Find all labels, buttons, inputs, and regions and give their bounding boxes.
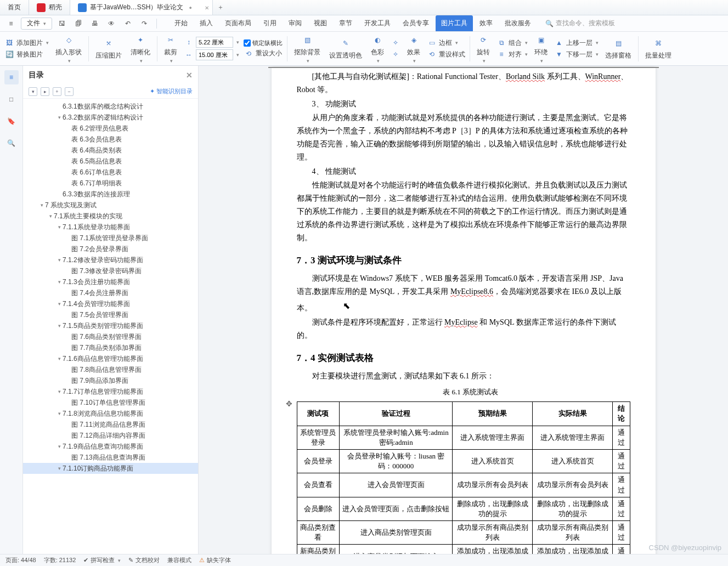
effect-preset-2[interactable]: ✧ <box>391 49 400 59</box>
rail-nav-button[interactable]: □ <box>4 92 19 106</box>
outline-list[interactable]: 6.3.1数据库的概念结构设计▾6.3.2数据库的逻辑结构设计表 6.2管理员信… <box>23 99 198 554</box>
height-input[interactable] <box>196 37 233 48</box>
status-proofread[interactable]: ✎文档校对 <box>128 556 160 564</box>
outline-item[interactable]: 表 6.7订单明细表 <box>23 178 198 189</box>
outline-item[interactable]: ▾7.1.6商品信息管理功能界面 <box>23 353 198 364</box>
outline-item[interactable]: 表 6.2管理员信息表 <box>23 123 198 134</box>
outline-item[interactable]: ▾7.1.2修改登录密码功能界面 <box>23 254 198 265</box>
tab-start[interactable]: 开始 <box>169 15 193 31</box>
save-icon[interactable]: 🖫 <box>55 17 69 30</box>
hamburger-icon[interactable]: ≡ <box>4 17 18 30</box>
print-preview-icon[interactable]: 👁 <box>105 17 118 30</box>
outline-item[interactable]: 图 7.5会员管理界面 <box>23 309 198 320</box>
tab-efficiency[interactable]: 效率 <box>474 15 498 31</box>
outline-close-icon[interactable]: ✕ <box>186 71 193 80</box>
outline-minus-icon[interactable]: − <box>65 87 74 96</box>
set-transparent-button[interactable]: ✎设置透明色 <box>327 37 364 60</box>
rail-outline-button[interactable]: ≡ <box>4 70 19 84</box>
close-icon[interactable]: ✕ <box>205 4 209 10</box>
twisty-icon[interactable]: ▾ <box>56 444 63 449</box>
tab-reference[interactable]: 引用 <box>258 15 282 31</box>
effect-button[interactable]: ◈效果▾ <box>405 33 422 64</box>
align-button[interactable]: ≡对齐▾ <box>496 49 528 59</box>
print-icon[interactable]: 🖶 <box>88 17 101 30</box>
outline-item[interactable]: ▾7.1.8浏览商品信息功能界面 <box>23 408 198 419</box>
outline-item[interactable]: 图 7.13商品信息查询界面 <box>23 452 198 463</box>
outline-item[interactable]: ▾7.1.7订单信息管理功能界面 <box>23 386 198 397</box>
outline-item[interactable]: ▾7.1.3会员注册功能界面 <box>23 276 198 287</box>
outline-item[interactable]: 表 6.4商品类别表 <box>23 145 198 156</box>
insert-shape-button[interactable]: ◇插入形状▾ <box>53 33 84 64</box>
combine-button[interactable]: ⧉组合▾ <box>496 38 528 48</box>
twisty-icon[interactable]: ▾ <box>56 115 63 120</box>
compress-picture-button[interactable]: ⤧压缩图片 <box>93 37 124 60</box>
outline-item[interactable]: ▾7 系统实现及测试 <box>23 200 198 211</box>
tab-chapter[interactable]: 章节 <box>334 15 358 31</box>
save-as-icon[interactable]: 🗐 <box>72 17 85 30</box>
status-spellcheck[interactable]: ✔拼写检查▾ <box>83 556 121 564</box>
outline-item[interactable]: 图 7.4会员注册界面 <box>23 287 198 298</box>
command-search[interactable]: 🔍 查找命令、搜索模板 <box>545 18 615 30</box>
tab-picture-tools[interactable]: 图片工具 <box>436 15 473 31</box>
tab-dake[interactable]: 稻壳 <box>29 0 70 15</box>
outline-item[interactable]: ▾7.1.10订购商品功能界面 <box>23 463 198 474</box>
twisty-icon[interactable]: ▾ <box>56 356 63 361</box>
twisty-icon[interactable]: ▾ <box>56 257 63 263</box>
outline-plus-icon[interactable]: + <box>53 87 61 96</box>
tab-view[interactable]: 视图 <box>308 15 332 31</box>
status-missing-font[interactable]: ⚠缺失字体 <box>199 556 231 564</box>
new-tab-button[interactable]: ＋ <box>213 0 228 15</box>
tab-insert[interactable]: 插入 <box>194 15 218 31</box>
reset-size-button[interactable]: ⟲重设大小 <box>244 49 283 59</box>
outline-item[interactable]: 6.3.1数据库的概念结构设计 <box>23 101 198 112</box>
tab-review[interactable]: 审阅 <box>283 15 307 31</box>
twisty-icon[interactable]: ▾ <box>56 301 63 307</box>
twisty-icon[interactable]: ▾ <box>56 279 63 285</box>
rail-search-button[interactable]: 🔍 <box>4 136 19 150</box>
tab-page-layout[interactable]: 页面布局 <box>219 15 257 31</box>
lock-ratio-checkbox[interactable]: 锁定纵横比 <box>244 39 283 47</box>
move-up-layer-button[interactable]: ▲上移一层▾ <box>554 38 599 48</box>
effect-preset-1[interactable]: ✧ <box>391 38 400 48</box>
rail-bookmark-button[interactable]: 🔖 <box>4 114 19 128</box>
table-move-handle-icon[interactable]: ✥ <box>286 399 292 409</box>
clarify-button[interactable]: ✦清晰化▾ <box>128 33 153 64</box>
outline-item[interactable]: 表 6.3会员信息表 <box>23 134 198 145</box>
outline-item[interactable]: 6.3.3数据库的连接原理 <box>23 189 198 200</box>
outline-item[interactable]: 图 7.1系统管理员登录界面 <box>23 233 198 244</box>
outline-item[interactable]: 表 6.5商品信息表 <box>23 156 198 167</box>
outline-item[interactable]: 图 7.12商品详细内容界面 <box>23 430 198 441</box>
outline-item[interactable]: 图 7.2会员登录界面 <box>23 244 198 254</box>
outline-item[interactable]: 图 7.6商品类别管理界面 <box>23 331 198 342</box>
tab-devtools[interactable]: 开发工具 <box>359 15 396 31</box>
wrap-button[interactable]: ▣环绕▾ <box>532 33 550 64</box>
outline-item[interactable]: 图 7.10订单信息管理界面 <box>23 397 198 408</box>
lock-ratio-input[interactable] <box>244 39 251 47</box>
tab-document[interactable]: 基于JavaWeb…SSH）毕业论文 ● ✕ <box>70 0 213 15</box>
width-input[interactable] <box>196 49 233 60</box>
crop-button[interactable]: ✂裁剪▾ <box>162 33 179 64</box>
redo-icon[interactable]: ↷ <box>138 17 151 30</box>
replace-picture-button[interactable]: 🔄替换图片 <box>4 49 49 59</box>
outline-item[interactable]: 图 7.7商品类别添加界面 <box>23 342 198 353</box>
document-viewport[interactable]: [其他工具与自动化测试框架]：Rational Functional Teste… <box>199 66 728 554</box>
outline-expand-all-icon[interactable]: ▾ <box>29 87 37 96</box>
outline-item[interactable]: ▾7.1系统主要模块的实现 <box>23 211 198 222</box>
smart-recognize-button[interactable]: ✦智能识别目录 <box>150 87 193 95</box>
twisty-icon[interactable]: ▾ <box>56 466 63 471</box>
twisty-icon[interactable]: ▾ <box>56 389 63 394</box>
rotate-button[interactable]: ⟳旋转▾ <box>475 33 492 64</box>
tab-home[interactable]: 首页 <box>0 0 29 15</box>
outline-item[interactable]: ▾7.1.4会员管理功能界面 <box>23 298 198 309</box>
outline-item[interactable]: 表 6.6订单信息表 <box>23 167 198 178</box>
undo-icon[interactable]: ↶ <box>121 17 134 30</box>
outline-item[interactable]: 图 7.11浏览商品信息界面 <box>23 419 198 430</box>
reset-style-button[interactable]: ⟲重设样式 <box>427 49 465 59</box>
add-picture-button[interactable]: 🖼添加图片▾ <box>4 38 49 48</box>
border-button[interactable]: ▭边框▾ <box>427 38 465 48</box>
status-page[interactable]: 页面: 44/48 <box>5 556 36 564</box>
status-words[interactable]: 字数: 21132 <box>44 556 76 564</box>
outline-item[interactable]: 图 7.8商品信息管理界面 <box>23 364 198 375</box>
outline-item[interactable]: ▾7.1.9商品信息查询功能界面 <box>23 441 198 452</box>
tab-correction[interactable]: 批改服务 <box>499 15 537 31</box>
